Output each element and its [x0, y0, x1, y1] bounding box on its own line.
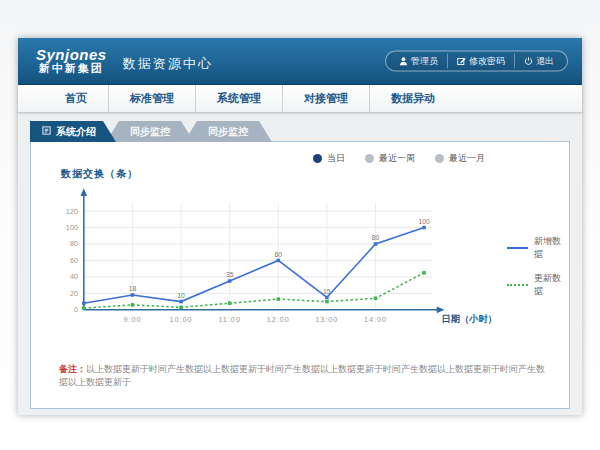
svg-text:80: 80 [372, 234, 380, 241]
power-icon [524, 57, 533, 66]
svg-text:35: 35 [226, 271, 234, 278]
svg-text:13:00: 13:00 [315, 315, 338, 324]
nav-item-4[interactable]: 数据异动 [369, 85, 456, 112]
page-title: 数据资源中心 [123, 49, 213, 73]
svg-text:日期（小时）: 日期（小时） [442, 313, 497, 324]
svg-text:9:00: 9:00 [123, 315, 141, 324]
legend-sample-icon [507, 247, 528, 249]
main-nav: 首页标准管理系统管理对接管理数据异动 [18, 85, 582, 113]
nav-item-3[interactable]: 对接管理 [282, 85, 369, 112]
svg-text:18: 18 [129, 285, 137, 292]
user-menu-label: 管理员 [411, 55, 438, 68]
line-chart: 0204060801001209:0010:0011:0012:0013:001… [43, 183, 505, 353]
user-menu-power[interactable]: 退出 [514, 54, 563, 69]
form-icon [42, 121, 51, 142]
chart-legend: 新增数据更新数据 [507, 183, 569, 298]
user-menu-user[interactable]: 管理员 [390, 54, 447, 69]
radio-icon [365, 154, 374, 163]
content-area: 系统介绍同步监控同步监控 当日最近一周最近一月 数据交换（条） 02040608… [18, 113, 582, 415]
edit-icon [457, 57, 466, 66]
user-menu: 管理员修改密码退出 [385, 51, 568, 72]
radio-icon [313, 154, 322, 163]
user-menu-label: 修改密码 [469, 55, 505, 68]
radio-option-1[interactable]: 最近一周 [365, 152, 415, 165]
nav-item-2[interactable]: 系统管理 [195, 85, 282, 112]
nav-item-1[interactable]: 标准管理 [108, 85, 195, 112]
logo: Synjones 新中新集团 [36, 47, 107, 74]
legend-item-0: 新增数据 [507, 235, 569, 261]
svg-text:20: 20 [70, 289, 78, 298]
user-icon [399, 57, 408, 66]
user-menu-label: 退出 [536, 55, 554, 68]
content-panel: 当日最近一周最近一月 数据交换（条） 0204060801001209:0010… [30, 141, 570, 409]
svg-text:14:00: 14:00 [364, 315, 387, 324]
logo-text-en: Synjones [36, 47, 107, 63]
footnote-prefix: 备注： [59, 364, 86, 374]
tab-0[interactable]: 系统介绍 [30, 121, 116, 142]
tab-bar: 系统介绍同步监控同步监控 [30, 121, 570, 142]
svg-text:10: 10 [177, 292, 185, 299]
svg-text:120: 120 [66, 207, 78, 216]
legend-label: 更新数据 [534, 272, 569, 298]
radio-option-0[interactable]: 当日 [313, 152, 345, 165]
svg-text:100: 100 [66, 223, 78, 232]
svg-text:60: 60 [274, 251, 282, 258]
svg-text:100: 100 [418, 218, 430, 225]
chart-row: 0204060801001209:0010:0011:0012:0013:001… [43, 183, 569, 353]
radio-label: 当日 [327, 152, 345, 165]
page-card: Synjones 新中新集团 数据资源中心 管理员修改密码退出 首页标准管理系统… [18, 38, 582, 415]
tab-1[interactable]: 同步监控 [106, 121, 194, 142]
radio-option-2[interactable]: 最近一月 [435, 152, 485, 165]
app-header: Synjones 新中新集团 数据资源中心 管理员修改密码退出 [18, 38, 582, 85]
svg-text:60: 60 [70, 256, 78, 265]
logo-text-cn: 新中新集团 [36, 63, 107, 75]
radio-label: 最近一月 [449, 152, 485, 165]
nav-item-0[interactable]: 首页 [44, 85, 108, 112]
radio-label: 最近一周 [379, 152, 415, 165]
footnote-text: 以上数据更新于时间产生数据以上数据更新于时间产生数据以上数据更新于时间产生数据以… [59, 364, 545, 387]
svg-text:12:00: 12:00 [267, 315, 290, 324]
svg-text:15: 15 [323, 288, 331, 295]
footnote: 备注：以上数据更新于时间产生数据以上数据更新于时间产生数据以上数据更新于时间产生… [59, 363, 551, 388]
legend-sample-icon [507, 284, 528, 286]
legend-item-1: 更新数据 [507, 272, 569, 298]
svg-text:40: 40 [70, 272, 78, 281]
radio-icon [435, 154, 444, 163]
legend-label: 新增数据 [534, 235, 569, 261]
y-axis-title: 数据交换（条） [61, 167, 569, 181]
svg-text:80: 80 [70, 239, 78, 248]
svg-text:11:00: 11:00 [218, 315, 241, 324]
svg-text:10:00: 10:00 [170, 315, 193, 324]
tab-2[interactable]: 同步监控 [184, 121, 272, 142]
range-filter: 当日最近一周最近一月 [31, 152, 485, 165]
svg-text:0: 0 [74, 305, 78, 314]
tab-label: 同步监控 [130, 121, 170, 142]
user-menu-edit[interactable]: 修改密码 [447, 54, 514, 69]
tab-label: 同步监控 [208, 121, 248, 142]
tab-label: 系统介绍 [56, 121, 96, 142]
